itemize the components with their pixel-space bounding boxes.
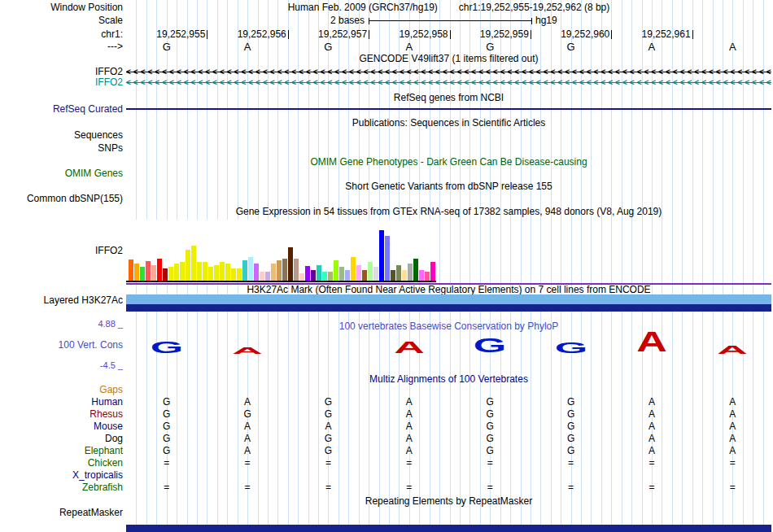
gtex-bar [203,262,207,281]
gtex-bar [328,272,333,281]
omim-track-title[interactable]: OMIM Gene Phenotypes - Dark Green Can Be… [126,157,771,168]
gtex-bar [225,264,230,281]
position-label: 19,252,959 [451,29,529,40]
gtex-bar [402,270,407,281]
refseq-gene-line[interactable] [126,108,771,110]
phylop-letter: G [144,338,190,355]
gtex-bar [174,264,179,281]
scale-ruler [369,18,532,24]
multiz-species-label[interactable]: Rhesus [0,409,123,420]
gtex-bar [379,230,384,281]
gtex-bar [231,268,236,281]
multiz-species-label[interactable]: Zebrafish [0,482,123,493]
gtex-bar [157,259,162,281]
multiz-species-label[interactable]: Gaps [0,385,123,395]
multiz-cell: G [483,397,496,408]
multiz-cell: G [565,434,578,444]
multiz-species-label[interactable]: Human [0,397,123,408]
assembly-title: Human Feb. 2009 (GRCh37/hg19) [288,2,438,13]
multiz-track-title[interactable]: Multiz Alignments of 100 Vertebrates [126,374,771,385]
gtex-bar [373,267,378,281]
refseq-track-title[interactable]: RefSeq genes from NCBI [126,93,771,103]
gtex-bar [339,267,344,281]
reference-base: G [561,41,581,52]
reference-base: A [238,41,257,52]
multiz-cell: A [241,421,254,432]
multiz-cell: G [321,434,334,444]
gtex-bar [277,260,282,281]
gtex-bar [242,260,247,281]
scale-value: 2 bases [330,15,365,26]
gencode-gene-label[interactable]: IFFO2 [0,77,123,88]
gtex-gene-label[interactable]: IFFO2 [0,246,123,256]
gencode-strand-arrows[interactable]: <<<<<<<<<<<<<<<<<<<<<<<<<<<<<<<<<<<<<<<<… [126,77,771,88]
reference-base: A [642,41,662,52]
gtex-bar [288,247,293,281]
multiz-cell: = [241,482,254,493]
multiz-cell: = [483,458,496,469]
multiz-cell: = [403,458,416,469]
multiz-cell: = [645,458,658,469]
h3k27ac-label[interactable]: Layered H3K27Ac [0,295,123,306]
phylop-track-title[interactable]: 100 vertebrates Basewise Conservation by… [126,321,771,332]
gtex-track-title[interactable]: Gene Expression in 54 tissues from GTEx … [126,207,771,217]
multiz-cell: A [403,434,416,444]
gtex-bar [180,262,185,281]
repeatmasker-label[interactable]: RepeatMasker [0,508,123,518]
h3k27ac-signal-band-sky[interactable] [126,294,771,304]
multiz-cell: A [403,397,416,408]
genome-browser-image[interactable]: Window Position Human Feb. 2009 (GRCh37/… [0,0,773,532]
multiz-species-label[interactable]: Mouse [0,421,123,432]
gtex-bar [299,273,304,281]
multiz-cell: G [321,397,334,408]
dbsnp-track-title[interactable]: Short Genetic Variants from dbSNP releas… [126,181,771,192]
multiz-species-label[interactable]: Chicken [0,458,123,469]
multiz-cell: A [726,409,739,420]
multiz-cell: = [160,482,173,493]
publications-track-title[interactable]: Publications: Sequences in Scientific Ar… [126,118,771,129]
multiz-cell: A [645,397,658,408]
snps-label[interactable]: SNPs [0,143,123,154]
gtex-bar [134,264,139,281]
multiz-cell: G [483,434,496,444]
gtex-bar [362,270,367,281]
omim-genes-label[interactable]: OMIM Genes [0,168,123,179]
gencode-strand-arrows[interactable]: <<<<<<<<<<<<<<<<<<<<<<<<<<<<<<<<<<<<<<<<… [126,67,771,77]
multiz-cell: G [160,397,173,408]
phylop-track-label[interactable]: 100 Vert. Cons [0,340,123,351]
gtex-bar [305,266,310,281]
strand-label: ---> [0,41,123,52]
sequences-label[interactable]: Sequences [0,130,123,141]
reference-base: A [723,41,742,52]
multiz-cell: = [565,458,578,469]
multiz-cell: A [645,409,658,420]
position-tick [692,30,693,39]
gtex-bar [294,259,299,281]
dbsnp-label[interactable]: Common dbSNP(155) [0,194,123,204]
multiz-cell: A [403,409,416,420]
header-title-row: Human Feb. 2009 (GRCh37/hg19)chr1:19,252… [126,2,771,13]
multiz-species-label[interactable]: Elephant [0,446,123,456]
multiz-cell: G [565,397,578,408]
repeatmasker-track-title[interactable]: Repeating Elements by RepeatMasker [126,496,771,507]
refseq-curated-label[interactable]: RefSeq Curated [0,104,123,115]
multiz-species-label[interactable]: X_tropicalis [0,470,123,481]
multiz-cell: = [403,482,416,493]
multiz-cell: A [645,434,658,444]
gtex-bar [186,250,190,281]
bottom-track-bar[interactable] [126,525,771,532]
multiz-species-label[interactable]: Dog [0,434,123,444]
multiz-cell: G [160,421,173,432]
gtex-bar [385,236,390,281]
multiz-cell: G [565,421,578,432]
gencode-track-title[interactable]: GENCODE V49lift37 (1 items filtered out) [126,54,771,64]
gtex-bar [208,267,213,281]
multiz-cell: = [321,458,334,469]
gtex-bar [322,272,327,281]
multiz-cell: G [321,446,334,456]
gtex-bar [425,272,430,281]
h3k27ac-signal-band-navy[interactable] [126,304,771,312]
position-label: 19,252,958 [370,29,448,40]
gtex-bar [254,264,259,281]
multiz-cell: = [241,458,254,469]
